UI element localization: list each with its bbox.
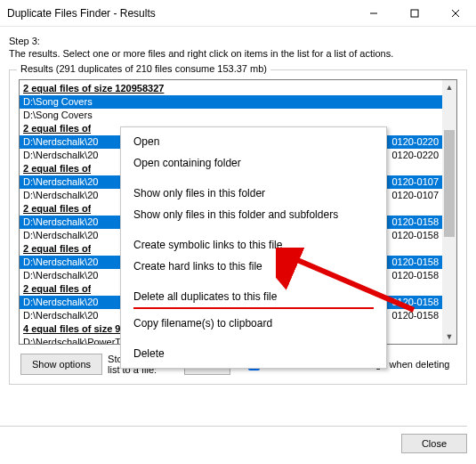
ctx-copy-filename[interactable]: Copy filename(s) to clipboard <box>121 313 386 334</box>
show-options-button[interactable]: Show options <box>20 354 102 375</box>
ctx-delete-duplicates[interactable]: Delete all duplicates to this file <box>121 286 386 307</box>
group-header[interactable]: 2 equal files of size 120958327 <box>20 82 442 95</box>
ctx-symlink[interactable]: Create symbolic links to this file <box>121 234 386 256</box>
list-item[interactable]: D:\Song Covers <box>20 95 442 109</box>
titlebar: Duplicate Files Finder - Results <box>0 0 476 27</box>
scroll-track[interactable] <box>442 94 456 330</box>
close-button[interactable]: Close <box>401 434 467 453</box>
svg-rect-1 <box>411 10 418 17</box>
ctx-show-folder[interactable]: Show only files in this folder <box>121 183 386 204</box>
close-icon[interactable] <box>435 0 476 27</box>
ctx-delete[interactable]: Delete <box>121 343 386 364</box>
scroll-thumb[interactable] <box>444 130 455 237</box>
ctx-show-subfolders[interactable]: Show only files in this folder and subfo… <box>121 204 386 225</box>
minimize-icon[interactable] <box>353 0 394 27</box>
ctx-open[interactable]: Open <box>121 131 386 152</box>
footer: Close <box>0 426 467 453</box>
ctx-open-folder[interactable]: Open containing folder <box>121 152 386 174</box>
scroll-down-icon[interactable]: ▼ <box>442 330 456 344</box>
scroll-up-icon[interactable]: ▲ <box>442 80 456 94</box>
step-description: The results. Select one or more files an… <box>9 48 467 59</box>
list-item[interactable]: D:\Song Covers <box>20 109 442 122</box>
scrollbar[interactable]: ▲ ▼ <box>442 80 456 344</box>
annotation-underline <box>133 307 374 309</box>
ctx-hardlink[interactable]: Create hard links to this file <box>121 256 386 277</box>
step-label: Step 3: <box>9 36 467 46</box>
results-legend: Results (291 duplicates of 210 files con… <box>17 63 270 74</box>
window-title: Duplicate Files Finder - Results <box>7 7 156 20</box>
context-menu: Open Open containing folder Show only fi… <box>120 126 387 369</box>
maximize-icon[interactable] <box>394 0 435 27</box>
window-controls <box>353 0 476 27</box>
